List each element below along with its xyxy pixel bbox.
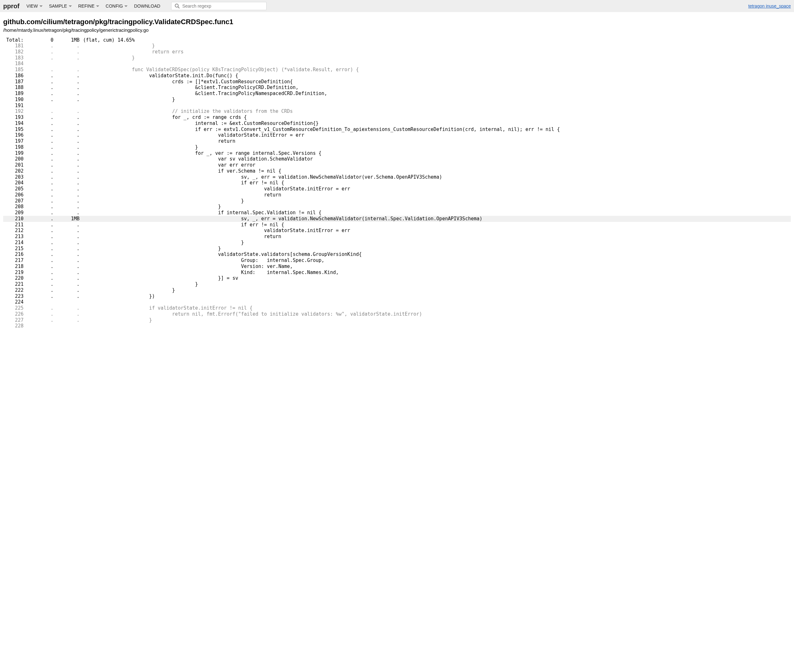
- menu-download[interactable]: DOWNLOAD: [134, 3, 160, 9]
- search-input[interactable]: [182, 3, 263, 9]
- cum-value: .: [53, 270, 80, 275]
- source-code: [80, 103, 135, 109]
- flat-value: .: [24, 150, 53, 157]
- source-line[interactable]: 216.. validatorState.validators[schema.G…: [3, 251, 791, 258]
- page-title: github.com/cilium/tetragon/pkg/tracingpo…: [3, 18, 791, 26]
- flat-value: .: [24, 240, 53, 246]
- source-line[interactable]: 196.. validatorState.initError = err: [3, 132, 791, 138]
- source-line[interactable]: 223.. }): [3, 293, 791, 299]
- source-line[interactable]: 207.. }: [3, 198, 791, 204]
- source-code: if ver.Schema != nil {: [80, 168, 284, 174]
- cum-value: .: [53, 97, 80, 103]
- flat-value: .: [24, 186, 53, 192]
- source-line[interactable]: 200.. var sv validation.SchemaValidator: [3, 156, 791, 162]
- source-line[interactable]: 219.. Kind: internal.Spec.Names.Kind,: [3, 270, 791, 275]
- line-number: 194: [3, 120, 24, 126]
- cum-value: .: [53, 138, 80, 144]
- source-line[interactable]: 201.. var err error: [3, 162, 791, 168]
- flat-value: .: [24, 180, 53, 186]
- cum-value: .: [53, 258, 80, 264]
- line-number: 218: [3, 264, 24, 270]
- source-line[interactable]: 221.. }: [3, 281, 791, 287]
- line-number: 208: [3, 204, 24, 210]
- menu-view[interactable]: VIEW: [26, 3, 43, 9]
- cum-value: [53, 299, 80, 305]
- line-number: 222: [3, 287, 24, 293]
- flat-value: .: [24, 234, 53, 240]
- source-code: var sv validation.SchemaValidator: [80, 156, 316, 162]
- source-line[interactable]: 211.. if err != nil {: [3, 222, 791, 228]
- cum-value: [53, 61, 80, 67]
- source-line[interactable]: 186.. validatorState.init.Do(func() {: [3, 73, 791, 79]
- cum-value: .: [53, 156, 80, 162]
- chevron-down-icon: [124, 5, 128, 7]
- source-line[interactable]: 204.. if err != nil {: [3, 180, 791, 186]
- source-code: if validatorState.initError != nil {: [80, 305, 255, 311]
- source-line[interactable]: 202.. if ver.Schema != nil {: [3, 168, 791, 174]
- source-line[interactable]: 199.. for _, ver := range internal.Spec.…: [3, 150, 791, 157]
- cum-value: .: [53, 49, 80, 55]
- source-code: validatorState.initError = err: [80, 186, 353, 192]
- source-line[interactable]: 210.1MB sv, _, err = validation.NewSchem…: [3, 216, 791, 222]
- source-code: sv, _, err = validation.NewSchemaValidat…: [80, 216, 485, 222]
- source-line[interactable]: 224: [3, 299, 791, 305]
- source-line[interactable]: 226.. return nil, fmt.Errorf("failed to …: [3, 311, 791, 317]
- source-line[interactable]: 191: [3, 103, 791, 109]
- source-line[interactable]: 193.. for _, crd := range crds {: [3, 114, 791, 120]
- source-line[interactable]: 218.. Version: ver.Name,: [3, 264, 791, 270]
- source-line[interactable]: 189.. &client.TracingPolicyNamespacedCRD…: [3, 91, 791, 97]
- flat-value: .: [24, 138, 53, 144]
- source-line[interactable]: 184: [3, 61, 791, 67]
- source-code: return: [80, 192, 284, 198]
- source-line[interactable]: 214.. }: [3, 240, 791, 246]
- source-line[interactable]: 213.. return: [3, 234, 791, 240]
- source-line[interactable]: 225.. if validatorState.initError != nil…: [3, 305, 791, 311]
- source-line[interactable]: 197.. return: [3, 138, 791, 144]
- profile-link[interactable]: tetragon inuse_space: [748, 3, 791, 9]
- source-line[interactable]: 203.. sv, _, err = validation.NewSchemaV…: [3, 174, 791, 180]
- source-code: &client.TracingPolicyNamespacedCRD.Defin…: [80, 91, 330, 97]
- source-line[interactable]: 206.. return: [3, 192, 791, 198]
- source-line[interactable]: 205.. validatorState.initError = err: [3, 186, 791, 192]
- source-line[interactable]: 222.. }: [3, 287, 791, 293]
- flat-value: .: [24, 174, 53, 180]
- line-number: 200: [3, 156, 24, 162]
- flat-value: .: [24, 305, 53, 311]
- cum-value: .: [53, 144, 80, 150]
- source-line[interactable]: 183.. }: [3, 55, 791, 61]
- source-line[interactable]: 185.. func ValidateCRDSpec(policy K8sTra…: [3, 67, 791, 73]
- menu-config[interactable]: CONFIG: [106, 3, 128, 9]
- source-line[interactable]: 212.. validatorState.initError = err: [3, 227, 791, 234]
- source-code: return errs: [80, 49, 186, 55]
- source-line[interactable]: 192.. // initialize the validators from …: [3, 109, 791, 114]
- flat-value: .: [24, 109, 53, 114]
- cum-value: .: [53, 43, 80, 49]
- flat-value: .: [24, 227, 53, 234]
- source-line[interactable]: 194.. internal := &ext.CustomResourceDef…: [3, 120, 791, 126]
- source-line[interactable]: 208.. }: [3, 204, 791, 210]
- menu-refine[interactable]: REFINE: [78, 3, 99, 9]
- source-line[interactable]: 188.. &client.TracingPolicyCRD.Definitio…: [3, 85, 791, 91]
- line-number: 204: [3, 180, 24, 186]
- line-number: 225: [3, 305, 24, 311]
- flat-value: .: [24, 264, 53, 270]
- cum-value: .: [53, 311, 80, 317]
- source-line[interactable]: 182.. return errs: [3, 49, 791, 55]
- source-line[interactable]: 227.. }: [3, 317, 791, 323]
- source-line[interactable]: 195.. if err := extv1.Convert_v1_CustomR…: [3, 126, 791, 133]
- search-box[interactable]: [171, 2, 266, 10]
- source-line[interactable]: 220.. }] = sv: [3, 275, 791, 281]
- source-line[interactable]: 190.. }: [3, 97, 791, 103]
- source-line[interactable]: 187.. crds := []*extv1.CustomResourceDef…: [3, 79, 791, 85]
- source-line[interactable]: 209.. if internal.Spec.Validation != nil…: [3, 210, 791, 216]
- line-number: 214: [3, 240, 24, 246]
- header: pprof VIEW SAMPLE REFINE CONFIG DOWNLOAD…: [0, 0, 794, 12]
- line-number: 195: [3, 126, 24, 133]
- flat-value: .: [24, 132, 53, 138]
- source-line[interactable]: 198.. }: [3, 144, 791, 150]
- source-line[interactable]: 215.. }: [3, 246, 791, 252]
- source-line[interactable]: 181.. }: [3, 43, 791, 49]
- source-line[interactable]: 217.. Group: internal.Spec.Group,: [3, 258, 791, 264]
- source-line[interactable]: 228: [3, 323, 791, 329]
- menu-sample[interactable]: SAMPLE: [49, 3, 72, 9]
